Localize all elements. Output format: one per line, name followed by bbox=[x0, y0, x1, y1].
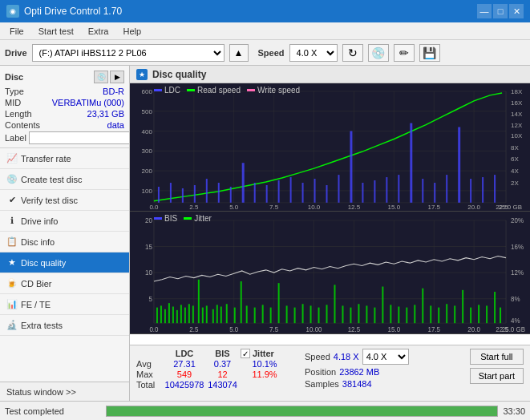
svg-rect-22 bbox=[218, 183, 220, 203]
disc-title: Disc bbox=[5, 72, 23, 82]
write-speed-legend-text: Write speed bbox=[257, 86, 300, 95]
svg-text:12%: 12% bbox=[511, 269, 524, 277]
sidebar-item-label: CD Bier bbox=[21, 279, 52, 289]
svg-text:14X: 14X bbox=[511, 111, 523, 118]
sidebar-item-fe-te[interactable]: 📊 FE / TE bbox=[0, 294, 129, 315]
cd-bier-icon: 🍺 bbox=[6, 278, 18, 289]
svg-text:0.0: 0.0 bbox=[149, 325, 158, 333]
chart-bottom-legend: BIS Jitter bbox=[154, 214, 212, 223]
menu-bar: File Start test Extra Help bbox=[0, 22, 530, 40]
disc-icon-btn-1[interactable]: 💿 bbox=[94, 71, 108, 83]
refresh-button[interactable]: ↻ bbox=[342, 44, 363, 62]
svg-rect-134 bbox=[470, 307, 471, 323]
sidebar-item-transfer-rate[interactable]: 📈 Transfer rate bbox=[0, 148, 129, 169]
start-part-button[interactable]: Start part bbox=[470, 368, 524, 384]
sidebar-item-create-test-disc[interactable]: 💿 Create test disc bbox=[0, 169, 129, 190]
svg-rect-121 bbox=[366, 305, 367, 323]
progress-bar bbox=[106, 406, 498, 417]
maximize-button[interactable]: □ bbox=[493, 4, 508, 18]
jitter-checkbox[interactable]: ✓ bbox=[241, 349, 250, 358]
disc-mid-label: MID bbox=[5, 98, 21, 107]
content-area: ★ Disc quality LDC Read speed bbox=[130, 66, 530, 401]
svg-text:15.0: 15.0 bbox=[388, 204, 401, 211]
content-header-icon: ★ bbox=[136, 69, 148, 80]
save-button[interactable]: 💾 bbox=[419, 44, 440, 62]
sidebar-item-drive-info[interactable]: ℹ Drive info bbox=[0, 211, 129, 232]
drive-bar: Drive (F:) ATAPI iHBS112 2 PL06 ▲ Speed … bbox=[0, 40, 530, 66]
menu-start-test[interactable]: Start test bbox=[32, 25, 80, 38]
jitter-max: 11.9% bbox=[241, 370, 289, 379]
jitter-legend-text: Jitter bbox=[194, 214, 212, 223]
svg-rect-29 bbox=[302, 183, 304, 203]
sidebar-item-verify-test-disc[interactable]: ✔ Verify test disc bbox=[0, 190, 129, 211]
sidebar-item-disc-info[interactable]: 📋 Disc info bbox=[0, 232, 129, 252]
write-button[interactable]: ✏ bbox=[394, 44, 415, 62]
svg-rect-39 bbox=[422, 179, 423, 203]
menu-help[interactable]: Help bbox=[116, 25, 148, 38]
sidebar-item-label: Disc quality bbox=[21, 258, 66, 268]
bis-legend-dot bbox=[154, 217, 162, 220]
disc-length-row: Length 23,31 GB bbox=[5, 109, 124, 119]
svg-text:12X: 12X bbox=[511, 122, 523, 129]
menu-extra[interactable]: Extra bbox=[82, 25, 115, 38]
speed-select[interactable]: 4.0 X bbox=[289, 44, 338, 62]
svg-text:15.0: 15.0 bbox=[388, 325, 401, 333]
svg-text:200: 200 bbox=[142, 168, 153, 175]
disc-read-button[interactable]: 💿 bbox=[368, 44, 389, 62]
svg-text:16%: 16% bbox=[511, 242, 524, 250]
svg-rect-38 bbox=[410, 123, 412, 203]
main-area: Disc 💿 ▶ Type BD-R MID VERBATIMu (000) L… bbox=[0, 66, 530, 401]
svg-rect-40 bbox=[434, 183, 435, 203]
disc-type-label: Type bbox=[5, 87, 24, 96]
svg-rect-43 bbox=[470, 179, 471, 203]
drive-eject-button[interactable]: ▲ bbox=[229, 44, 249, 62]
read-speed-legend-text: Read speed bbox=[197, 86, 241, 95]
svg-rect-28 bbox=[290, 177, 292, 203]
disc-icon-btn-2[interactable]: ▶ bbox=[110, 71, 124, 83]
samples-value: 381484 bbox=[342, 379, 372, 389]
svg-rect-126 bbox=[406, 307, 407, 323]
svg-text:0.0: 0.0 bbox=[149, 204, 159, 211]
disc-quality-icon: ★ bbox=[6, 257, 18, 269]
svg-text:10: 10 bbox=[145, 269, 152, 277]
transfer-rate-icon: 📈 bbox=[6, 153, 18, 164]
svg-text:8X: 8X bbox=[511, 144, 519, 151]
disc-label-input[interactable] bbox=[29, 131, 130, 144]
ldc-legend-text: LDC bbox=[164, 86, 180, 95]
sidebar-item-disc-quality[interactable]: ★ Disc quality bbox=[0, 252, 129, 273]
speed-mode-select[interactable]: 4.0 X bbox=[362, 349, 409, 365]
minimize-button[interactable]: — bbox=[477, 4, 492, 18]
ldc-avg: 27.31 bbox=[164, 359, 204, 369]
svg-rect-98 bbox=[202, 307, 204, 323]
position-value: 23862 MB bbox=[339, 367, 379, 377]
svg-rect-114 bbox=[310, 305, 312, 323]
start-full-button[interactable]: Start full bbox=[470, 349, 524, 365]
jitter-avg: 10.1% bbox=[241, 359, 289, 369]
total-label: Total bbox=[136, 380, 164, 390]
svg-rect-110 bbox=[278, 283, 280, 323]
speed-value: 4.18 X bbox=[334, 352, 359, 361]
drive-select[interactable]: (F:) ATAPI iHBS112 2 PL06 bbox=[32, 44, 225, 62]
sidebar-item-extra-tests[interactable]: 🔬 Extra tests bbox=[0, 315, 129, 336]
svg-text:17.5: 17.5 bbox=[427, 204, 440, 211]
svg-text:100: 100 bbox=[142, 188, 153, 195]
svg-text:500: 500 bbox=[142, 108, 153, 115]
svg-rect-113 bbox=[302, 304, 304, 323]
menu-file[interactable]: File bbox=[3, 25, 30, 38]
sidebar-item-cd-bier[interactable]: 🍺 CD Bier bbox=[0, 273, 129, 294]
svg-text:20%: 20% bbox=[511, 216, 524, 224]
disc-mid-value: VERBATIMu (000) bbox=[52, 98, 124, 107]
chart-bis: BIS Jitter bbox=[130, 212, 530, 334]
write-speed-legend-dot bbox=[247, 89, 255, 91]
app-icon: ◉ bbox=[6, 5, 19, 18]
svg-text:10X: 10X bbox=[511, 132, 523, 139]
sidebar-item-label: Extra tests bbox=[21, 321, 63, 330]
close-button[interactable]: ✕ bbox=[509, 4, 524, 18]
disc-header: Disc 💿 ▶ bbox=[5, 71, 124, 83]
svg-text:300: 300 bbox=[142, 147, 153, 155]
legend-read-speed: Read speed bbox=[187, 86, 241, 95]
status-window-button[interactable]: Status window >> bbox=[0, 382, 129, 401]
sidebar-item-label: Transfer rate bbox=[21, 154, 71, 164]
svg-rect-19 bbox=[182, 188, 184, 203]
svg-rect-93 bbox=[180, 305, 182, 323]
